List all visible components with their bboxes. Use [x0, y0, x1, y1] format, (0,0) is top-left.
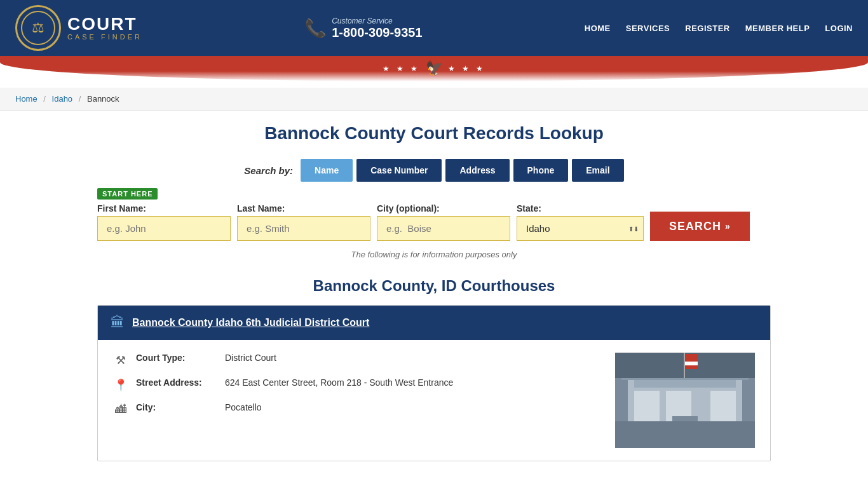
- address-row: 📍 Street Address: 624 East Center Street…: [113, 377, 602, 392]
- last-name-field: Last Name:: [237, 203, 370, 241]
- city-value: Pocatello: [225, 402, 262, 412]
- search-chevrons: »: [725, 221, 731, 231]
- breadcrumb-sep-1: /: [43, 94, 46, 104]
- main-nav: HOME SERVICES REGISTER MEMBER HELP LOGIN: [585, 24, 853, 33]
- svg-rect-2: [634, 391, 660, 423]
- courthouse-card-body: ⚒ Court Type: District Court 📍 Street Ad…: [98, 340, 770, 461]
- logo-case-finder-text: CASE FINDER: [67, 33, 142, 41]
- nav-login[interactable]: LOGIN: [825, 24, 853, 33]
- first-name-field: First Name:: [97, 203, 231, 241]
- search-form-wrapper: START HERE First Name: Last Name: City (…: [97, 188, 771, 241]
- eagle-banner: ★ ★ ★ 🦅 ★ ★ ★: [0, 56, 868, 88]
- logo-scale-icon: ⚖: [32, 20, 44, 36]
- last-name-label: Last Name:: [237, 203, 370, 214]
- courthouses-title: Bannock County, ID Courthouses: [97, 277, 771, 295]
- start-here-badge: START HERE: [97, 188, 158, 200]
- address-content: Street Address: 624 East Center Street, …: [136, 377, 453, 388]
- state-field: State: Idaho Alabama Alaska Arizona Cali…: [517, 203, 644, 241]
- info-note: The following is for information purpose…: [97, 250, 771, 259]
- address-value: 624 East Center Street, Room 218 - South…: [225, 377, 453, 388]
- courthouse-building-icon: 🏛: [111, 315, 125, 331]
- star-left: ★ ★ ★: [383, 64, 421, 73]
- courthouse-name[interactable]: Bannock County Idaho 6th Judicial Distri…: [132, 317, 369, 329]
- court-type-label: Court Type:: [136, 353, 219, 363]
- customer-service: 📞 Customer Service 1-800-309-9351: [304, 17, 422, 40]
- svg-rect-10: [684, 353, 685, 378]
- breadcrumb-sep-2: /: [79, 94, 81, 104]
- courthouse-details: ⚒ Court Type: District Court 📍 Street Ad…: [113, 353, 602, 448]
- nav-services[interactable]: SERVICES: [626, 24, 670, 33]
- court-type-content: Court Type: District Court: [136, 353, 276, 363]
- logo-circle: ⚖: [15, 5, 61, 51]
- logo-icon: ⚖: [21, 11, 55, 45]
- svg-rect-4: [710, 391, 736, 423]
- tab-case-number[interactable]: Case Number: [356, 159, 442, 182]
- tab-phone[interactable]: Phone: [513, 159, 569, 182]
- phone-icon: 📞: [304, 18, 327, 39]
- breadcrumb-state[interactable]: Idaho: [52, 94, 73, 104]
- breadcrumb-home[interactable]: Home: [15, 94, 37, 104]
- main-content: Bannock County Court Records Lookup Sear…: [85, 111, 783, 487]
- site-header: ⚖ COURT CASE FINDER 📞 Customer Service 1…: [0, 0, 868, 56]
- nav-member-help[interactable]: MEMBER HELP: [745, 24, 810, 33]
- tab-email[interactable]: Email: [572, 159, 623, 182]
- courthouse-card-header: 🏛 Bannock County Idaho 6th Judicial Dist…: [98, 306, 770, 340]
- first-name-label: First Name:: [97, 203, 231, 214]
- eagle-banner-inner: ★ ★ ★ 🦅 ★ ★ ★: [0, 56, 868, 81]
- search-tabs-row: Search by: Name Case Number Address Phon…: [97, 159, 771, 182]
- state-label: State:: [517, 203, 644, 214]
- address-label: Street Address:: [136, 377, 219, 388]
- cs-text: Customer Service 1-800-309-9351: [332, 17, 422, 40]
- search-by-label: Search by:: [244, 165, 293, 176]
- search-button-label: SEARCH: [669, 220, 721, 233]
- search-form: First Name: Last Name: City (optional): …: [97, 203, 771, 241]
- svg-rect-12: [685, 362, 698, 365]
- star-right: ★ ★ ★: [448, 64, 486, 73]
- breadcrumb-county: Bannock: [87, 94, 119, 104]
- state-select-wrapper: Idaho Alabama Alaska Arizona California …: [517, 216, 644, 241]
- svg-rect-11: [685, 354, 698, 362]
- logo-court-text: COURT: [67, 15, 142, 33]
- logo-text: COURT CASE FINDER: [67, 15, 142, 41]
- nav-home[interactable]: HOME: [585, 24, 611, 33]
- court-type-row: ⚒ Court Type: District Court: [113, 353, 602, 367]
- city-icon: 🏙: [113, 403, 128, 416]
- first-name-input[interactable]: [97, 216, 231, 241]
- courthouse-card: 🏛 Bannock County Idaho 6th Judicial Dist…: [97, 305, 771, 461]
- eagle-icon: 🦅: [426, 60, 443, 77]
- logo-area: ⚖ COURT CASE FINDER: [15, 5, 142, 51]
- city-label: City (optional):: [377, 203, 510, 214]
- cs-label: Customer Service: [332, 17, 422, 25]
- court-type-value: District Court: [225, 353, 276, 363]
- courthouse-image: [615, 353, 755, 448]
- tab-name[interactable]: Name: [301, 159, 353, 182]
- city-label-detail: City:: [136, 402, 219, 412]
- svg-rect-8: [615, 421, 755, 448]
- city-field: City (optional):: [377, 203, 510, 241]
- location-icon: 📍: [113, 378, 128, 392]
- gavel-icon: ⚒: [113, 353, 128, 367]
- city-row: 🏙 City: Pocatello: [113, 402, 602, 416]
- city-content: City: Pocatello: [136, 402, 262, 412]
- tab-address[interactable]: Address: [445, 159, 509, 182]
- breadcrumb: Home / Idaho / Bannock: [0, 88, 868, 111]
- city-input[interactable]: [377, 216, 510, 241]
- svg-rect-13: [685, 365, 698, 369]
- search-button[interactable]: SEARCH »: [650, 212, 750, 241]
- page-title: Bannock County Court Records Lookup: [97, 123, 771, 144]
- cs-phone: 1-800-309-9351: [332, 25, 422, 40]
- state-select[interactable]: Idaho Alabama Alaska Arizona California …: [517, 216, 644, 241]
- nav-register[interactable]: REGISTER: [685, 24, 729, 33]
- last-name-input[interactable]: [237, 216, 370, 241]
